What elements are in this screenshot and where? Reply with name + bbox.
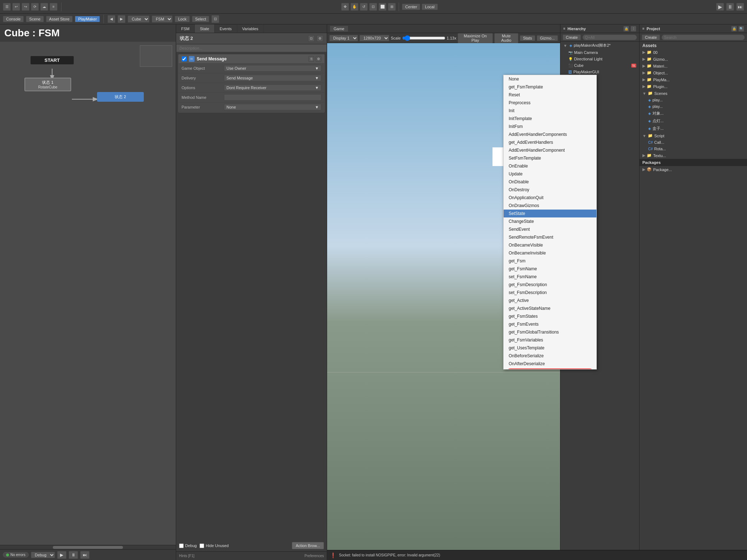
fsm-select[interactable]: FSM (152, 15, 173, 23)
hierarchy-lock-icon[interactable]: 🔒 (623, 26, 629, 32)
project-item-object[interactable]: ▶ 📁 Object... (640, 69, 747, 76)
dropdown-item-randrotcube[interactable]: RandRotCube (507, 368, 594, 369)
state-gear-icon[interactable]: ⚙ (317, 35, 323, 42)
resolution-select[interactable]: 1280x720 (359, 35, 389, 41)
action-gear-icon[interactable]: ⚙ (316, 56, 321, 62)
pm-play-btn[interactable]: ▶ (57, 551, 67, 559)
dropdown-item-getaddeventhandlers[interactable]: get_AddEventHandlers (504, 138, 596, 146)
back-icon[interactable]: ◀ (107, 15, 115, 23)
dropdown-item-none[interactable]: None (504, 75, 596, 83)
dropdown-item-getfsmevents[interactable]: get_FsmEvents (504, 320, 596, 328)
dropdown-item-initfsm[interactable]: InitFsm (504, 123, 596, 130)
hierarchy-root[interactable]: ▼ ◈ playMakerAnd脚本2* (560, 42, 639, 49)
select-button[interactable]: Select (192, 16, 210, 22)
gameobject-dropdown[interactable]: Use Owner ▼ (224, 65, 321, 72)
dropdown-item-getfsm[interactable]: get_Fsm (504, 257, 596, 265)
rect-tool[interactable]: ⬜ (379, 3, 386, 11)
dropdown-item-addeventhandlercomponents[interactable]: AddEventHandlerComponents (504, 130, 596, 138)
lock-button[interactable]: Lock (175, 16, 189, 22)
display-select[interactable]: Display 1 (329, 35, 358, 41)
dropdown-item-onbecamevisible[interactable]: OnBecameVisible (504, 241, 596, 249)
fsm-graph[interactable]: START 状态 1 RotateCube 状态 2 (0, 42, 176, 545)
dropdown-item-ondisable[interactable]: OnDisable (504, 178, 596, 186)
gizmos-btn[interactable]: Gizmo... (537, 35, 558, 41)
dropdown-item-reset[interactable]: Reset (504, 91, 596, 99)
hierarchy-item-light[interactable]: 💡 Directional Light (560, 56, 639, 62)
project-item-playma[interactable]: ▶ 📁 PlayMa... (640, 76, 747, 83)
project-script-1[interactable]: C# Call... (640, 139, 747, 146)
tab-fsm[interactable]: FSM (176, 24, 195, 33)
scene-tab[interactable]: Scene (26, 16, 43, 22)
dropdown-item-getfsmvariables[interactable]: get_FsmVariables (504, 336, 596, 344)
project-create-btn[interactable]: Create (642, 35, 660, 40)
dropdown-item-getactive[interactable]: get_Active (504, 297, 596, 304)
hierarchy-create-btn[interactable]: Create (563, 35, 581, 40)
dropdown-item-onbeforeserialize[interactable]: OnBeforeSerialize (504, 352, 596, 360)
project-scene-2[interactable]: ◈ play... (640, 103, 747, 110)
project-scene-3[interactable]: ◈ 对象... (640, 110, 747, 117)
mute-btn[interactable]: Mute Audio (494, 33, 518, 43)
parameter-dropdown[interactable]: None ▼ (224, 104, 321, 110)
description-input[interactable] (176, 44, 327, 52)
dropdown-item-changestate[interactable]: ChangeState (504, 217, 596, 225)
toolbar-icon-6[interactable]: ≡ (50, 3, 58, 11)
options-dropdown[interactable]: Dont Require Receiver ▼ (224, 84, 321, 91)
dropdown-item-onapplicationquit[interactable]: OnApplicationQuit (504, 194, 596, 202)
dropdown-item-getfsmtemplate[interactable]: get_FsmTemplate (504, 83, 596, 91)
dropdown-item-sendevent[interactable]: SendEvent (504, 225, 596, 233)
methodname-input[interactable] (224, 94, 321, 101)
debug-checkbox[interactable] (179, 543, 184, 548)
hierarchy-item-gui[interactable]: 🖼 PlayMakerGUI (560, 69, 639, 75)
transform-tool[interactable]: ⊞ (388, 3, 396, 11)
pm-pause-btn[interactable]: ⏸ (69, 551, 78, 559)
state1-node[interactable]: 状态 1 RotateCube (24, 78, 71, 91)
toolbar-icon-5[interactable]: ☁ (40, 3, 48, 11)
graph-scrollbar[interactable] (0, 545, 176, 549)
cube-select[interactable]: Cube (128, 15, 150, 23)
project-scene-5[interactable]: ◈ 盒子... (640, 125, 747, 132)
dropdown-item-onafterdeserialize[interactable]: OnAfterDeserialize (504, 360, 596, 368)
project-item-gizmo[interactable]: ▶ 📁 Gizmo... (640, 56, 747, 63)
toolbar-icon-4[interactable]: ⟳ (31, 3, 39, 11)
state-settings-icon[interactable]: ⊡ (308, 35, 315, 42)
local-button[interactable]: Local (422, 4, 437, 10)
hierarchy-menu-icon[interactable]: ⋮ (631, 26, 636, 32)
game-tab-label[interactable]: Game (330, 26, 348, 32)
delivery-dropdown[interactable]: Send Message ▼ (224, 75, 321, 81)
hide-unused-checkbox[interactable] (200, 543, 204, 548)
step-button[interactable]: ⏭ (736, 3, 744, 11)
scale-tool[interactable]: ⊡ (369, 3, 377, 11)
project-item-plugin[interactable]: ▶ 📁 Plugin... (640, 83, 747, 90)
hierarchy-item-camera[interactable]: 📷 Main Camera (560, 49, 639, 56)
dropdown-item-ondrawgizmos[interactable]: OnDrawGizmos (504, 202, 596, 210)
dropdown-item-onbecameinvisible[interactable]: OnBecameInvisible (504, 249, 596, 257)
project-search-icon[interactable]: 🔍 (738, 26, 744, 32)
project-search-input[interactable] (661, 35, 745, 40)
toolbar-icon-2[interactable]: ↩ (12, 3, 20, 11)
project-script-2[interactable]: C# Rota... (640, 146, 747, 152)
dropdown-item-addeventhandlercomponent[interactable]: AddEventHandlerComponent (504, 146, 596, 154)
dropdown-item-getfsmglobaltransitions[interactable]: get_FsmGlobalTransitions (504, 328, 596, 336)
maximize-btn[interactable]: Maximize On Play (458, 33, 492, 43)
stats-btn[interactable]: Stats (520, 35, 535, 41)
project-item-package[interactable]: ▶ 📦 Package... (640, 166, 747, 173)
dropdown-item-preprocess[interactable]: Preprocess (504, 99, 596, 107)
project-item-scenes[interactable]: ▼ 📁 Scenes (640, 90, 747, 97)
debug-dropdown[interactable]: Debug (31, 552, 55, 558)
dropdown-item-getusestemplate[interactable]: get_UsesTemplate (504, 344, 596, 352)
dropdown-item-setfsmname[interactable]: set_FsmName (504, 273, 596, 281)
method-dropdown-overlay[interactable]: None get_FsmTemplate Reset Preprocess In… (503, 75, 597, 369)
tab-state[interactable]: State (195, 24, 215, 33)
pan-tool[interactable]: ✋ (350, 3, 358, 11)
dropdown-item-onenable[interactable]: OnEnable (504, 162, 596, 170)
play-button[interactable]: ▶ (716, 3, 724, 11)
project-item-00[interactable]: ▶ 📁 00 (640, 49, 747, 56)
dropdown-item-getfsmdescription[interactable]: get_FsmDescription (504, 281, 596, 289)
playmaker-tab[interactable]: PlayMaker (75, 16, 100, 22)
move-tool[interactable]: ✥ (341, 3, 349, 11)
resize-icon[interactable]: ⊡ (211, 15, 219, 23)
project-lock-icon[interactable]: 🔒 (731, 26, 737, 32)
state2-node[interactable]: 状态 2 (97, 92, 144, 102)
project-item-textu[interactable]: ▶ 📁 Textu... (640, 152, 747, 159)
dropdown-item-ondestroy[interactable]: OnDestroy (504, 186, 596, 194)
